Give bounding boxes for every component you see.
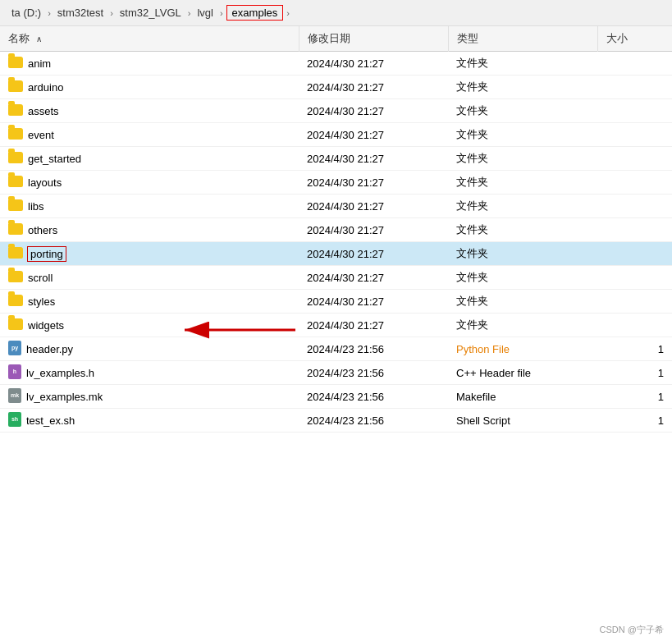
cell-date: 2024/4/30 21:27 — [299, 76, 448, 99]
folder-icon — [8, 271, 23, 282]
cell-name: arduino — [0, 76, 299, 99]
cell-type: 文件夹 — [448, 242, 597, 266]
cell-type: Makefile — [448, 385, 597, 409]
cell-date: 2024/4/30 21:27 — [299, 314, 448, 337]
cell-type: 文件夹 — [448, 171, 597, 195]
cell-name: layouts — [0, 171, 299, 195]
col-header-name[interactable]: 名称 ∧ — [0, 26, 299, 52]
table-row[interactable]: hlv_examples.h2024/4/23 21:56C++ Header … — [0, 361, 672, 385]
cell-date: 2024/4/30 21:27 — [299, 171, 448, 195]
cell-date: 2024/4/30 21:27 — [299, 147, 448, 171]
file-name-label: anim — [28, 57, 51, 70]
cell-name: shtest_ex.sh — [0, 409, 299, 433]
cell-name: scroll — [0, 266, 299, 290]
file-name-label: assets — [28, 105, 59, 117]
cell-size — [597, 195, 672, 218]
table-row[interactable]: arduino2024/4/30 21:27文件夹 — [0, 76, 672, 99]
file-name-label: event — [28, 129, 54, 141]
table-row[interactable]: anim2024/4/30 21:27文件夹 — [0, 52, 672, 76]
folder-icon — [8, 223, 23, 235]
breadcrumb-item-2[interactable]: stm32_LVGL — [117, 5, 185, 21]
table-row[interactable]: get_started2024/4/30 21:27文件夹 — [0, 147, 672, 171]
table-row[interactable]: shtest_ex.sh2024/4/23 21:56Shell Script1 — [0, 409, 672, 433]
cell-name: others — [0, 218, 299, 242]
cell-date: 2024/4/30 21:27 — [299, 266, 448, 290]
cell-size — [597, 52, 672, 76]
cell-type: 文件夹 — [448, 147, 597, 171]
col-header-type[interactable]: 类型 — [448, 26, 597, 52]
cell-type: 文件夹 — [448, 314, 597, 337]
table-row[interactable]: layouts2024/4/30 21:27文件夹 — [0, 171, 672, 195]
table-header: 名称 ∧ 修改日期 类型 大小 — [0, 26, 672, 52]
cell-date: 2024/4/30 21:27 — [299, 123, 448, 147]
cell-name: pyheader.py — [0, 337, 299, 361]
cell-name: hlv_examples.h — [0, 361, 299, 385]
cell-size — [597, 314, 672, 337]
shell-file-icon: sh — [8, 412, 21, 427]
folder-icon — [8, 80, 23, 92]
breadcrumb-item-4[interactable]: examples — [226, 5, 284, 21]
file-name-label: others — [28, 224, 57, 236]
file-table-body: anim2024/4/30 21:27文件夹arduino2024/4/30 2… — [0, 52, 672, 433]
col-header-date[interactable]: 修改日期 — [299, 26, 448, 52]
cell-date: 2024/4/23 21:56 — [299, 385, 448, 409]
python-file-icon: py — [8, 341, 21, 355]
file-name-label: styles — [28, 295, 55, 308]
cell-name: assets — [0, 99, 299, 123]
folder-icon — [8, 295, 23, 306]
cell-size — [597, 266, 672, 290]
folder-icon — [8, 128, 23, 140]
cell-size — [597, 218, 672, 242]
cell-type: 文件夹 — [448, 76, 597, 99]
table-row[interactable]: porting2024/4/30 21:27文件夹 — [0, 242, 672, 266]
cell-date: 2024/4/23 21:56 — [299, 409, 448, 433]
watermark: CSDN @宁子希 — [600, 624, 664, 636]
file-name-label: layouts — [28, 176, 62, 189]
cell-name: libs — [0, 195, 299, 218]
cell-type: 文件夹 — [448, 123, 597, 147]
file-name-label: lv_examples.h — [26, 367, 94, 379]
main-content: 名称 ∧ 修改日期 类型 大小 anim2024/4/30 21:27文件夹ar… — [0, 26, 672, 433]
makefile-icon: mk — [8, 388, 21, 403]
breadcrumb-item-0[interactable]: ta (D:) — [8, 5, 44, 21]
col-header-size[interactable]: 大小 — [597, 26, 672, 52]
cell-size — [597, 76, 672, 99]
folder-icon — [8, 104, 23, 116]
table-row[interactable]: pyheader.py2024/4/23 21:56Python File1 — [0, 337, 672, 361]
file-list-table: 名称 ∧ 修改日期 类型 大小 anim2024/4/30 21:27文件夹ar… — [0, 26, 672, 433]
table-row[interactable]: event2024/4/30 21:27文件夹 — [0, 123, 672, 147]
file-name-label: arduino — [28, 81, 63, 94]
table-row[interactable]: libs2024/4/30 21:27文件夹 — [0, 195, 672, 218]
cell-type: 文件夹 — [448, 52, 597, 76]
file-name-label: get_started — [28, 153, 81, 165]
breadcrumb-item-1[interactable]: stm32test — [54, 5, 107, 21]
breadcrumb-sep-2: › — [186, 8, 193, 18]
table-row[interactable]: assets2024/4/30 21:27文件夹 — [0, 99, 672, 123]
file-name-label: widgets — [28, 319, 64, 332]
file-name-label: header.py — [26, 343, 73, 355]
header-file-icon: h — [8, 364, 21, 379]
table-row[interactable]: mklv_examples.mk2024/4/23 21:56Makefile1 — [0, 385, 672, 409]
table-row[interactable]: styles2024/4/30 21:27文件夹 — [0, 290, 672, 314]
cell-type: Shell Script — [448, 409, 597, 433]
cell-type: 文件夹 — [448, 99, 597, 123]
file-name-label: porting — [28, 247, 66, 261]
cell-name: anim — [0, 52, 299, 76]
cell-size — [597, 147, 672, 171]
cell-size: 1 — [597, 409, 672, 433]
breadcrumb-item-3[interactable]: lvgl — [194, 5, 217, 21]
table-row[interactable]: scroll2024/4/30 21:27文件夹 — [0, 266, 672, 290]
cell-name: event — [0, 123, 299, 147]
cell-size — [597, 99, 672, 123]
table-row[interactable]: widgets2024/4/30 21:27文件夹 — [0, 314, 672, 337]
folder-icon — [8, 57, 23, 68]
cell-name: get_started — [0, 147, 299, 171]
folder-icon — [8, 318, 23, 330]
table-row[interactable]: others2024/4/30 21:27文件夹 — [0, 218, 672, 242]
cell-type: 文件夹 — [448, 290, 597, 314]
breadcrumb-sep-4: › — [285, 8, 291, 18]
cell-date: 2024/4/30 21:27 — [299, 290, 448, 314]
cell-size: 1 — [597, 385, 672, 409]
cell-date: 2024/4/23 21:56 — [299, 361, 448, 385]
cell-size — [597, 123, 672, 147]
